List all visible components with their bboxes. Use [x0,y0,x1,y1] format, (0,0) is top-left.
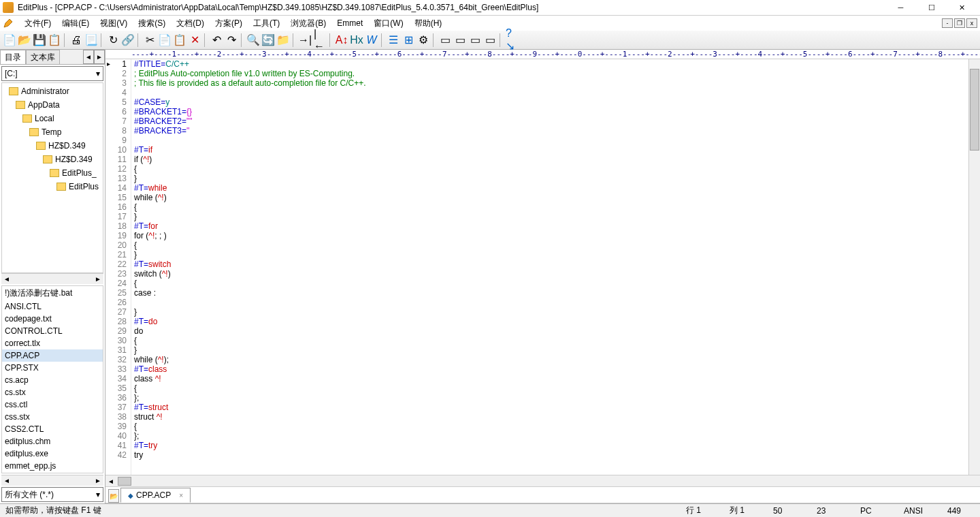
status-pc: PC [860,506,887,516]
new-file-icon[interactable]: 📄 [3,33,16,47]
folder-label: HZ$D.349 [48,141,86,151]
close-button[interactable]: ✕ [947,0,977,16]
print-icon[interactable]: 🖨 [69,33,83,47]
wordwrap-icon[interactable]: W [365,33,378,47]
file-item[interactable]: emmet_epp.js [2,460,103,472]
status-bar: 如需帮助，请按键盘 F1 键 行 1 列 1 50 23 PC ANSI 449 [0,503,980,517]
tree-hscroll[interactable]: ◄► [1,273,103,284]
menu-search[interactable]: 搜索(S) [133,16,171,31]
file-item[interactable]: CSS2.CTL [2,423,103,435]
folder-node[interactable]: EditPlus [3,180,101,193]
find-files-icon[interactable]: 📁 [276,33,290,47]
filter-select[interactable]: 所有文件 (*.*) ▾ [1,487,103,502]
file-item[interactable]: CPP.ACP [2,349,103,362]
file-item[interactable]: editplus.exe [2,448,103,460]
menu-tools[interactable]: 工具(T) [248,16,285,31]
document-tabs: 📂 ◆ CPP.ACP × [105,486,980,503]
file-item[interactable]: css.stx [2,411,103,423]
save-icon[interactable]: 💾 [33,33,46,47]
copy-icon[interactable]: 📄 [158,33,172,47]
settings-icon[interactable]: ⚙ [416,33,430,47]
list-icon[interactable]: ☰ [387,33,400,47]
chevron-down-icon: ▾ [96,69,100,78]
link-icon[interactable]: 🔗 [121,33,135,47]
folder-node[interactable]: Administrator [3,84,101,98]
doc-tab-menu[interactable]: 📂 [108,489,119,503]
mdi-minimize-button[interactable]: - [942,18,953,28]
vertical-scrollbar[interactable] [968,59,980,475]
file-item[interactable]: ANSI.CTL [2,300,103,313]
doc-tab-label: CPP.ACP [136,490,171,500]
line-gutter: 1234567891011121314151617181920212223242… [105,59,131,475]
maximize-button[interactable]: ☐ [916,0,947,16]
file-item[interactable]: editplus.chm [2,435,103,448]
grid-icon[interactable]: ⊞ [402,33,415,47]
filelist-hscroll[interactable]: ◄► [1,475,103,486]
folder-label: AppData [28,100,60,110]
menu-window[interactable]: 窗口(W) [368,16,408,31]
hex-icon[interactable]: Hx [350,33,363,47]
menu-edit[interactable]: 编辑(E) [56,16,95,31]
menu-project[interactable]: 方案(P) [210,16,248,31]
replace-icon[interactable]: 🔄 [261,33,275,47]
file-list[interactable]: !)激活添删右键.batANSI.CTLcodepage.txtCONTROL.… [1,285,103,473]
status-size: 449 [947,506,975,516]
cut-icon[interactable]: ✂ [143,33,157,47]
file-item[interactable]: cs.stx [2,386,103,398]
menu-help[interactable]: 帮助(H) [409,16,448,31]
modified-icon: ◆ [128,492,133,499]
delete-icon[interactable]: ✕ [188,33,201,47]
search-icon[interactable]: 🔍 [246,33,260,47]
save-all-icon[interactable]: 📋 [48,33,61,47]
file-item[interactable]: css.ctl [2,398,103,411]
print-preview-icon[interactable]: 📃 [84,33,98,47]
tab-directory[interactable]: 目录 [0,50,26,64]
status-23: 23 [817,506,844,516]
menu-emmet[interactable]: Emmet [331,17,368,29]
minimize-button[interactable]: ─ [885,0,916,16]
refresh-icon[interactable]: ↻ [106,33,120,47]
mdi-restore-button[interactable]: ❐ [954,18,965,28]
menu-document[interactable]: 文档(D) [171,16,210,31]
window1-icon[interactable]: ▭ [438,33,452,47]
file-item[interactable]: !)激活添删右键.bat [2,286,103,300]
folder-node[interactable]: HZ$D.349 [3,139,101,153]
folder-node[interactable]: AppData [3,98,101,112]
file-item[interactable]: CONTROL.CTL [2,325,103,337]
window3-icon[interactable]: ▭ [468,33,482,47]
menu-file[interactable]: 文件(F) [19,16,56,31]
outdent-icon[interactable]: |← [313,33,327,47]
file-item[interactable]: entities_u.txt [2,472,103,473]
window2-icon[interactable]: ▭ [453,33,467,47]
open-file-icon[interactable]: 📂 [18,33,31,47]
undo-icon[interactable]: ↶ [210,33,223,47]
menu-view[interactable]: 视图(V) [95,16,133,31]
tab-close-icon[interactable]: × [179,492,183,499]
code-editor[interactable]: #TITLE=C/C++; EditPlus Auto-completion f… [131,59,968,475]
indent-icon[interactable]: →| [298,33,312,47]
tab-next-button[interactable]: ► [94,50,105,64]
window4-icon[interactable]: ▭ [483,33,497,47]
svg-marker-0 [4,19,12,27]
drive-select[interactable]: [C:] ▾ [1,66,103,81]
folder-label: Local [35,114,54,123]
font-color-icon[interactable]: A↕ [335,33,348,47]
mdi-close-button[interactable]: x [966,18,977,28]
folder-label: Administrator [21,87,69,96]
folder-node[interactable]: Temp [3,125,101,139]
horizontal-scrollbar[interactable]: ◄ [105,475,980,486]
tab-library[interactable]: 文本库 [26,50,60,64]
folder-node[interactable]: HZ$D.349 [3,153,101,166]
paste-icon[interactable]: 📋 [173,33,186,47]
help-icon[interactable]: ?↘ [505,33,519,47]
folder-node[interactable]: Local [3,112,101,125]
file-item[interactable]: CPP.STX [2,362,103,374]
doc-tab-cpp-acp[interactable]: ◆ CPP.ACP × [120,488,191,503]
file-item[interactable]: correct.tlx [2,337,103,349]
tab-prev-button[interactable]: ◄ [83,50,94,64]
file-item[interactable]: cs.acp [2,374,103,386]
folder-tree[interactable]: AdministratorAppDataLocalTempHZ$D.349HZ$… [1,82,103,273]
folder-node[interactable]: EditPlus_ [3,166,101,180]
redo-icon[interactable]: ↷ [225,33,238,47]
file-item[interactable]: codepage.txt [2,313,103,325]
